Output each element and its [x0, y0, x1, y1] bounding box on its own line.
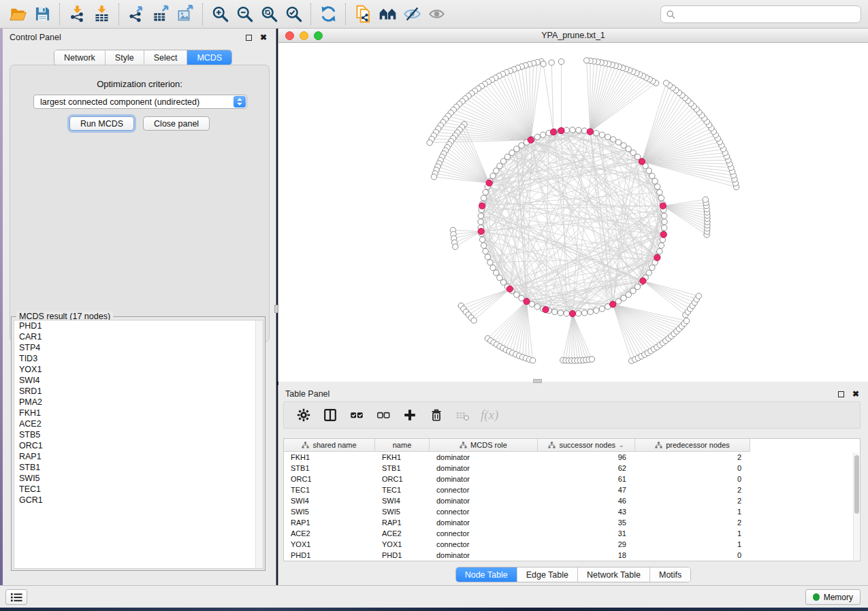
table-row[interactable]: PHD1PHD1dominator180: [284, 550, 860, 561]
table-row[interactable]: SWI5SWI5connector431: [284, 506, 860, 517]
mcds-result-item[interactable]: SRD1: [14, 386, 263, 397]
tab-motifs[interactable]: Motifs: [650, 567, 690, 582]
toolbar-separator: [345, 3, 346, 25]
table-cell-shared_name: TEC1: [284, 486, 375, 494]
mcds-result-item[interactable]: TID3: [14, 353, 263, 364]
optimization-criterion-select[interactable]: largest connected component (undirected): [33, 95, 247, 109]
table-scrollbar[interactable]: [853, 452, 859, 560]
table-settings-button[interactable]: [293, 405, 314, 425]
show-all-button[interactable]: [424, 3, 449, 26]
tab-node-table[interactable]: Node Table: [456, 567, 517, 582]
close-panel-button[interactable]: ✖: [850, 389, 861, 399]
delete-column-button[interactable]: [426, 405, 447, 425]
hide-selected-button[interactable]: [400, 3, 424, 26]
network-canvas[interactable]: [278, 43, 867, 381]
mcds-result-item[interactable]: STB1: [14, 462, 263, 473]
table-row[interactable]: TEC1TEC1connector472: [284, 484, 860, 495]
close-panel-button[interactable]: ✖: [258, 32, 269, 43]
search-box[interactable]: [660, 5, 861, 23]
export-image-button[interactable]: [173, 3, 197, 26]
column-header-name[interactable]: name: [375, 439, 430, 452]
mcds-result-item[interactable]: ORC1: [14, 440, 263, 451]
mcds-result-item[interactable]: PHD1: [14, 320, 263, 331]
duplicate-network-button[interactable]: [351, 3, 375, 26]
table-row[interactable]: SWI4SWI4dominator462: [284, 495, 860, 506]
table-cell-mcds_role: dominator: [430, 518, 538, 527]
open-file-button[interactable]: [5, 3, 30, 26]
control-panel-header: Control Panel ✖: [3, 29, 276, 46]
table-row[interactable]: RAP1RAP1dominator352: [284, 517, 860, 528]
table-cell-name: FKH1: [375, 453, 430, 461]
table-cell-mcds_role: dominator: [430, 453, 538, 461]
column-header-shared-name[interactable]: shared name: [284, 439, 375, 452]
table-cell-predecessor_nodes: 2: [635, 518, 750, 527]
memory-button[interactable]: Memory: [805, 589, 861, 605]
select-all-button[interactable]: [347, 405, 367, 425]
node-table: shared name name MCDS role successor nod…: [283, 438, 861, 561]
column-type-icon: [302, 442, 309, 449]
toolbar-separator: [118, 3, 119, 25]
mcds-result-item[interactable]: TEC1: [14, 484, 263, 495]
mcds-result-list[interactable]: PHD1CAR1STP4TID3YOX1SWI4SRD1PMA2FKH1ACE2…: [14, 320, 263, 569]
table-row[interactable]: YOX1YOX1connector291: [284, 539, 860, 550]
mcds-result-item[interactable]: STB5: [14, 429, 263, 440]
zoom-fit-button[interactable]: [257, 3, 281, 26]
task-history-button[interactable]: [5, 589, 27, 605]
table-cell-successor_nodes: 61: [538, 475, 635, 483]
column-label: MCDS role: [470, 441, 507, 449]
tab-mcds[interactable]: MCDS: [187, 50, 231, 65]
add-column-button[interactable]: [400, 405, 420, 425]
first-neighbors-button[interactable]: [375, 3, 400, 26]
mcds-result-item[interactable]: YOX1: [14, 364, 263, 375]
table-row[interactable]: ORC1ORC1dominator610: [284, 474, 860, 484]
delete-table-icon: [455, 408, 470, 423]
mcds-result-item[interactable]: RAP1: [14, 451, 263, 462]
table-cell-shared_name: YOX1: [284, 540, 375, 548]
column-header-predecessor-nodes[interactable]: predecessor nodes: [635, 439, 750, 452]
import-table-button[interactable]: [89, 3, 114, 26]
zoom-in-button[interactable]: [208, 3, 232, 26]
control-panel-title: Control Panel: [10, 33, 61, 42]
mcds-result-item[interactable]: SWI5: [14, 473, 263, 484]
mcds-result-item[interactable]: GCR1: [14, 495, 263, 506]
toggle-columns-button[interactable]: [320, 405, 340, 425]
import-network-button[interactable]: [65, 3, 89, 26]
run-mcds-button[interactable]: Run MCDS: [69, 116, 134, 131]
mcds-result-item[interactable]: CAR1: [14, 331, 263, 342]
sort-descending-icon: ⌄: [619, 442, 624, 448]
float-panel-button[interactable]: [835, 389, 846, 399]
float-icon: [246, 35, 252, 41]
tab-edge-table[interactable]: Edge Table: [517, 567, 578, 582]
divider-knob-horizontal[interactable]: [533, 379, 542, 383]
table-row[interactable]: ACE2ACE2connector311: [284, 528, 860, 539]
mcds-result-item[interactable]: PMA2: [14, 397, 263, 408]
tab-style[interactable]: Style: [106, 50, 144, 65]
zoom-out-button[interactable]: [232, 3, 257, 26]
table-row[interactable]: FKH1FKH1dominator962: [284, 452, 860, 463]
deselect-all-button[interactable]: [373, 405, 393, 425]
column-header-mcds-role[interactable]: MCDS role: [430, 439, 538, 452]
mcds-result-item[interactable]: FKH1: [14, 408, 263, 418]
tab-network[interactable]: Network: [54, 50, 106, 65]
tab-select[interactable]: Select: [144, 50, 188, 65]
export-image-icon: [176, 5, 195, 23]
table-scrollbar-thumb[interactable]: [854, 455, 859, 514]
refresh-button[interactable]: [316, 3, 340, 26]
float-panel-button[interactable]: [243, 32, 254, 43]
mcds-result-item[interactable]: ACE2: [14, 418, 263, 429]
table-panel-title: Table Panel: [285, 389, 329, 399]
mcds-result-item[interactable]: SWI4: [14, 375, 263, 386]
column-header-successor-nodes[interactable]: successor nodes ⌄: [538, 439, 635, 452]
save-session-button[interactable]: [30, 3, 54, 26]
export-table-button[interactable]: [148, 3, 173, 26]
table-row[interactable]: STB1STB1dominator620: [284, 463, 860, 474]
export-network-button[interactable]: [124, 3, 148, 26]
mcds-tab-content: Optimization criterion: largest connecte…: [10, 65, 270, 342]
search-input[interactable]: [676, 7, 861, 22]
close-panel-button-mcds[interactable]: Close panel: [143, 116, 210, 131]
zoom-selected-button[interactable]: [281, 3, 306, 26]
mcds-list-scrollbar[interactable]: [255, 320, 263, 568]
mcds-result-item[interactable]: STP4: [14, 342, 263, 353]
tab-network-table[interactable]: Network Table: [578, 567, 650, 582]
close-icon: ✖: [260, 33, 267, 42]
